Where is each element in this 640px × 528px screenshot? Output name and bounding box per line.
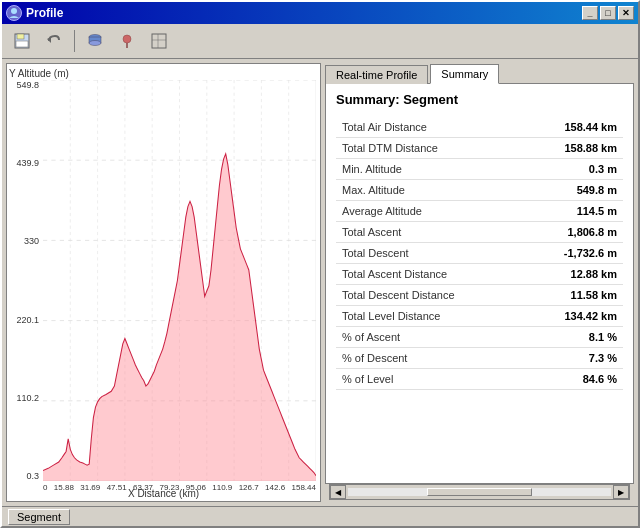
main-window: Profile _ □ ✕ — [0, 0, 640, 528]
y-axis-label: Y Altitude (m) — [9, 68, 69, 79]
table-row: Min. Altitude 0.3 m — [336, 159, 623, 180]
table-row: Total DTM Distance 158.88 km — [336, 138, 623, 159]
row-label: Total Ascent — [336, 222, 508, 243]
x-tick-3: 47.51 — [107, 483, 127, 492]
tab-content-summary[interactable]: Summary: Segment Total Air Distance 158.… — [325, 84, 634, 484]
row-label: Total DTM Distance — [336, 138, 508, 159]
row-label: Max. Altitude — [336, 180, 508, 201]
pin-button[interactable] — [113, 28, 141, 54]
window-controls: _ □ ✕ — [582, 6, 634, 20]
save-button[interactable] — [8, 28, 36, 54]
table-row: Total Level Distance 134.42 km — [336, 306, 623, 327]
row-value: 134.42 km — [508, 306, 623, 327]
row-value: 158.44 km — [508, 117, 623, 138]
row-label: Total Air Distance — [336, 117, 508, 138]
table-row: % of Descent 7.3 % — [336, 348, 623, 369]
title-bar: Profile _ □ ✕ — [2, 2, 638, 24]
status-bar: Segment — [2, 506, 638, 526]
tab-bar: Real-time Profile Summary — [325, 63, 634, 84]
row-value: 158.88 km — [508, 138, 623, 159]
window-title: Profile — [26, 6, 582, 20]
row-value: 12.88 km — [508, 264, 623, 285]
y-tick-4: 220.1 — [16, 315, 39, 325]
x-tick-1: 15.88 — [54, 483, 74, 492]
row-value: 11.58 km — [508, 285, 623, 306]
realtime-profile-tab[interactable]: Real-time Profile — [325, 65, 428, 84]
grid-button[interactable] — [145, 28, 173, 54]
x-tick-9: 142.6 — [265, 483, 285, 492]
right-panel: Real-time Profile Summary Summary: Segme… — [325, 63, 634, 502]
row-value: 7.3 % — [508, 348, 623, 369]
summary-title: Summary: Segment — [336, 92, 623, 107]
table-row: Average Altitude 114.5 m — [336, 201, 623, 222]
row-value: -1,732.6 m — [508, 243, 623, 264]
row-value: 0.3 m — [508, 159, 623, 180]
horizontal-scrollbar[interactable]: ◀ ▶ — [329, 484, 630, 500]
table-row: Total Ascent 1,806.8 m — [336, 222, 623, 243]
scroll-left-button[interactable]: ◀ — [330, 485, 346, 499]
profile-chart-svg — [43, 80, 316, 481]
scroll-track[interactable] — [348, 488, 611, 496]
row-label: Total Ascent Distance — [336, 264, 508, 285]
y-axis-labels: 549.8 439.9 330 220.1 110.2 0.3 — [7, 80, 43, 481]
table-row: Max. Altitude 549.8 m — [336, 180, 623, 201]
x-axis-label: X Distance (km) — [128, 488, 199, 499]
undo-button[interactable] — [40, 28, 68, 54]
close-button[interactable]: ✕ — [618, 6, 634, 20]
svg-rect-2 — [17, 34, 24, 39]
toolbar — [2, 24, 638, 59]
row-value: 1,806.8 m — [508, 222, 623, 243]
row-label: % of Descent — [336, 348, 508, 369]
row-label: Total Descent — [336, 243, 508, 264]
chart-plot-area — [43, 80, 316, 481]
table-row: Total Descent Distance 11.58 km — [336, 285, 623, 306]
minimize-button[interactable]: _ — [582, 6, 598, 20]
svg-point-7 — [89, 41, 101, 46]
toolbar-separator-1 — [74, 30, 75, 52]
y-tick-6: 0.3 — [26, 471, 39, 481]
table-row: Total Air Distance 158.44 km — [336, 117, 623, 138]
x-tick-0: 0 — [43, 483, 47, 492]
database-button[interactable] — [81, 28, 109, 54]
x-tick-2: 31.69 — [80, 483, 100, 492]
scroll-thumb[interactable] — [427, 488, 532, 496]
table-row: Total Ascent Distance 12.88 km — [336, 264, 623, 285]
table-row: % of Ascent 8.1 % — [336, 327, 623, 348]
svg-point-8 — [123, 35, 131, 43]
row-value: 114.5 m — [508, 201, 623, 222]
svg-rect-10 — [152, 34, 166, 48]
x-tick-7: 110.9 — [212, 483, 232, 492]
summary-tab[interactable]: Summary — [430, 64, 499, 84]
y-tick-2: 439.9 — [16, 158, 39, 168]
row-label: % of Level — [336, 369, 508, 390]
row-value: 8.1 % — [508, 327, 623, 348]
svg-point-0 — [11, 8, 17, 14]
chart-area: Y Altitude (m) 549.8 439.9 330 220.1 110… — [6, 63, 321, 502]
svg-rect-3 — [16, 41, 28, 47]
scroll-right-button[interactable]: ▶ — [613, 485, 629, 499]
y-tick-3: 330 — [24, 236, 39, 246]
row-label: Average Altitude — [336, 201, 508, 222]
window-icon — [6, 5, 22, 21]
table-row: % of Level 84.6 % — [336, 369, 623, 390]
row-label: Total Level Distance — [336, 306, 508, 327]
summary-table: Total Air Distance 158.44 km Total DTM D… — [336, 117, 623, 390]
row-label: Min. Altitude — [336, 159, 508, 180]
status-text: Segment — [8, 509, 70, 525]
row-value: 549.8 m — [508, 180, 623, 201]
y-tick-1: 549.8 — [16, 80, 39, 90]
main-content: Y Altitude (m) 549.8 439.9 330 220.1 110… — [2, 59, 638, 506]
x-tick-10: 158.44 — [291, 483, 315, 492]
row-label: % of Ascent — [336, 327, 508, 348]
x-tick-8: 126.7 — [239, 483, 259, 492]
row-value: 84.6 % — [508, 369, 623, 390]
row-label: Total Descent Distance — [336, 285, 508, 306]
maximize-button[interactable]: □ — [600, 6, 616, 20]
table-row: Total Descent -1,732.6 m — [336, 243, 623, 264]
y-tick-5: 110.2 — [16, 393, 39, 403]
